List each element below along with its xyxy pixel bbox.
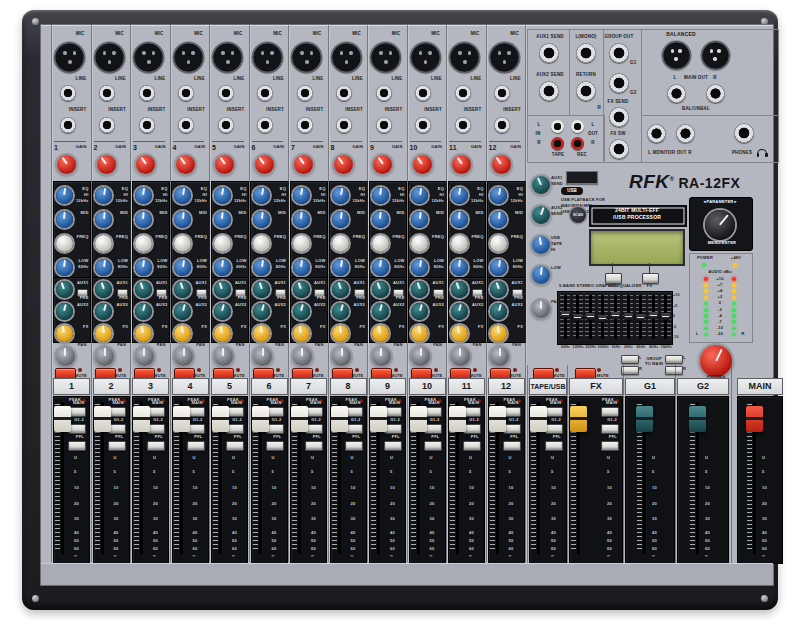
pan-knob[interactable] [95,347,114,366]
aux-aux1-knob[interactable] [411,281,428,298]
parameter-knob[interactable] [705,210,735,240]
geq-slider[interactable] [661,313,670,320]
eq-freq-knob[interactable] [174,235,191,252]
aux-fx-knob[interactable] [411,325,428,342]
eq-eq-knob[interactable] [253,187,270,204]
eq-mid-knob[interactable] [451,211,468,228]
geq-slider[interactable] [561,311,570,318]
eq-mid-knob[interactable] [56,211,73,228]
aux-fx-knob[interactable] [253,325,270,342]
tape-strip-pan-knob[interactable] [532,300,550,318]
eq-low-knob[interactable] [411,259,428,276]
pan-knob[interactable] [490,347,509,366]
fader-pfl-button[interactable] [424,441,442,451]
aux-aux2-knob[interactable] [293,303,310,320]
aux-aux1-knob[interactable] [451,281,468,298]
eq-mid-knob[interactable] [372,211,389,228]
aux-aux2-knob[interactable] [332,303,349,320]
aux-aux1-knob[interactable] [214,281,231,298]
eq-low-knob[interactable] [253,259,270,276]
tape-strip-usb-knob[interactable] [532,236,550,254]
channel-fader-cap[interactable] [133,406,150,432]
fader-pfl-button[interactable] [187,441,205,451]
tape-strip-aux2-knob[interactable] [532,206,550,224]
eq-low-knob[interactable] [214,259,231,276]
eq-mid-knob[interactable] [411,211,428,228]
pan-knob[interactable] [411,347,430,366]
channel-fader-cap[interactable] [331,406,348,432]
aux-aux1-knob[interactable] [95,281,112,298]
channel-fader-cap[interactable] [410,406,427,432]
aux-aux2-knob[interactable] [56,303,73,320]
channel-fader-cap[interactable] [252,406,269,432]
pan-knob[interactable] [214,347,233,366]
geq-slider[interactable] [649,312,658,319]
eq-eq-knob[interactable] [372,187,389,204]
tape-strip-aux1-knob[interactable] [532,176,550,194]
fader-pfl-button[interactable] [463,441,481,451]
eq-freq-knob[interactable] [451,235,468,252]
aux-aux2-knob[interactable] [411,303,428,320]
eq-mid-knob[interactable] [293,211,310,228]
eq-freq-knob[interactable] [293,235,310,252]
aux-aux1-knob[interactable] [293,281,310,298]
pan-knob[interactable] [253,347,272,366]
aux-aux1-knob[interactable] [372,281,389,298]
eq-low-knob[interactable] [372,259,389,276]
eq-low-knob[interactable] [293,259,310,276]
eq-eq-knob[interactable] [135,187,152,204]
aux-aux1-knob[interactable] [135,281,152,298]
gain-knob[interactable] [255,155,274,174]
geq-slider[interactable] [624,313,633,320]
fader-pfl-button[interactable] [147,441,165,451]
aux-aux1-knob[interactable] [56,281,73,298]
eq-eq-knob[interactable] [293,187,310,204]
eq-eq-knob[interactable] [56,187,73,204]
fader-pfl-button[interactable] [108,441,126,451]
aux-aux2-knob[interactable] [95,303,112,320]
gain-knob[interactable] [176,155,195,174]
gain-knob[interactable] [492,155,511,174]
gain-knob[interactable] [215,155,234,174]
geq-slider[interactable] [573,314,582,321]
eq-mid-knob[interactable] [253,211,270,228]
eq-mid-knob[interactable] [135,211,152,228]
master-fader-fx-cap[interactable] [570,406,587,432]
eq-eq-knob[interactable] [332,187,349,204]
channel-fader-cap[interactable] [291,406,308,432]
eq-eq-knob[interactable] [174,187,191,204]
fader-pfl-button[interactable] [384,441,402,451]
master-fader-g1-cap[interactable] [636,406,653,432]
master-fader-tape-usb-cap[interactable] [530,406,547,432]
geq-slider[interactable] [636,314,645,321]
eq-eq-knob[interactable] [451,187,468,204]
eq-low-knob[interactable] [451,259,468,276]
aux-fx-knob[interactable] [95,325,112,342]
eq-freq-knob[interactable] [214,235,231,252]
gain-knob[interactable] [294,155,313,174]
eq-low-knob[interactable] [56,259,73,276]
eq-eq-knob[interactable] [490,187,507,204]
eq-mid-knob[interactable] [332,211,349,228]
aux-aux1-knob[interactable] [253,281,270,298]
aux-aux1-knob[interactable] [332,281,349,298]
aux-aux2-knob[interactable] [174,303,191,320]
channel-fader-cap[interactable] [489,406,506,432]
pan-knob[interactable] [135,347,154,366]
aux-aux2-knob[interactable] [451,303,468,320]
eq-low-knob[interactable] [95,259,112,276]
eq-freq-knob[interactable] [372,235,389,252]
fader-pfl-button[interactable] [68,441,86,451]
aux-aux2-knob[interactable] [490,303,507,320]
eq-eq-knob[interactable] [95,187,112,204]
fader-pfl-button[interactable] [226,441,244,451]
eq-freq-knob[interactable] [95,235,112,252]
fader-pfl-button[interactable] [601,441,619,451]
eq-low-knob[interactable] [332,259,349,276]
fader-pfl-button[interactable] [305,441,323,451]
aux-aux1-knob[interactable] [174,281,191,298]
eq-mid-knob[interactable] [95,211,112,228]
eq-freq-knob[interactable] [411,235,428,252]
aux-fx-knob[interactable] [372,325,389,342]
aux-aux2-knob[interactable] [372,303,389,320]
